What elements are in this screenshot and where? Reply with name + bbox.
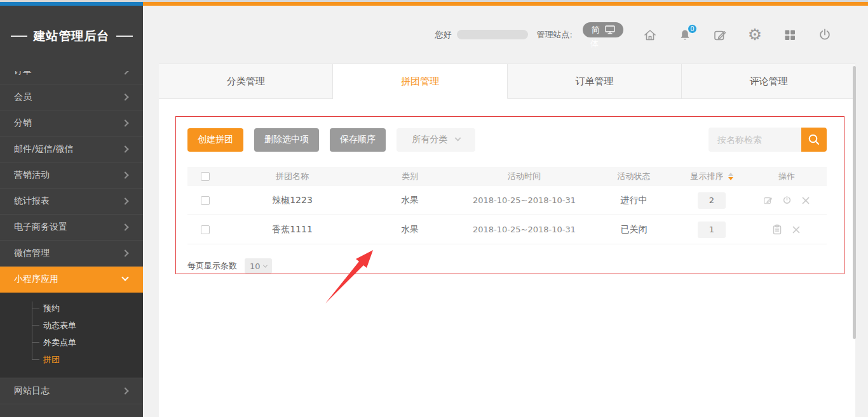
sidebar-item-marketing[interactable]: 营销活动	[0, 162, 143, 189]
sidebar-item-ecommerce-settings[interactable]: 电子商务设置	[0, 215, 143, 241]
page-size-select[interactable]: 10	[245, 258, 272, 274]
cell-category: 水果	[362, 224, 458, 235]
cell-status: 已关闭	[591, 224, 677, 235]
column-header-sort: 显示排序	[677, 171, 747, 182]
search-input[interactable]	[709, 128, 801, 152]
app-title-text: 建站管理后台	[34, 28, 110, 44]
submenu-item-group-buying[interactable]: 拼团	[0, 351, 143, 368]
tab-order-management[interactable]: 订单管理	[508, 64, 682, 99]
chevron-right-icon	[121, 171, 128, 178]
notification-bell-icon[interactable]: 0	[677, 27, 693, 43]
column-header-name: 拼团名称	[222, 171, 362, 182]
chevron-right-icon	[121, 223, 128, 230]
topbar-blue-segment	[0, 2, 143, 6]
scrollbar-thumb[interactable]	[853, 66, 856, 339]
chevron-right-icon	[121, 249, 128, 256]
cell-category: 水果	[362, 195, 458, 206]
group-buying-table: 拼团名称 类别 活动时间 活动状态 显示排序 操作 辣椒1223 水果 2018…	[187, 167, 827, 244]
monitor-icon	[605, 25, 615, 34]
chevron-down-icon	[263, 263, 268, 267]
sidebar-item-label: 会员	[14, 91, 32, 103]
header-icon-group: 0 ⚙	[642, 27, 832, 43]
sidebar-item-orders[interactable]: 订单	[0, 71, 143, 84]
cell-status: 进行中	[591, 195, 677, 206]
power-icon[interactable]	[782, 195, 792, 206]
tab-bar: 分类管理 拼团管理 订单管理 评论管理	[159, 63, 855, 99]
sidebar-item-mail-sms-wechat[interactable]: 邮件/短信/微信	[0, 136, 143, 162]
miniprogram-submenu: 预约 动态表单 外卖点单 拼团	[0, 293, 143, 378]
chevron-down-icon	[454, 135, 461, 141]
sidebar-item-reports[interactable]: 统计报表	[0, 189, 143, 215]
delete-icon[interactable]	[791, 224, 802, 235]
edit-icon[interactable]	[712, 27, 728, 43]
row-checkbox[interactable]	[201, 196, 210, 205]
sort-order-input[interactable]	[698, 192, 726, 209]
chevron-right-icon	[121, 119, 128, 126]
category-filter-dropdown[interactable]: 所有分类	[397, 128, 475, 152]
app-title: 建站管理后台	[0, 6, 143, 67]
submenu-item-takeout-orders[interactable]: 外卖点单	[0, 334, 143, 351]
cell-time: 2018-10-25~2018-10-31	[458, 225, 591, 234]
sidebar-item-label: 微信管理	[14, 248, 50, 259]
delete-selected-button[interactable]: 删除选中项	[254, 128, 319, 152]
search-button[interactable]	[801, 128, 827, 152]
top-header: 您好 管理站点: 简 体 0	[143, 6, 868, 63]
delete-icon[interactable]	[801, 195, 811, 206]
power-icon[interactable]	[817, 27, 832, 43]
copy-icon[interactable]	[772, 224, 783, 235]
search-bar	[709, 128, 827, 152]
create-group-button[interactable]: 创建拼团	[187, 128, 243, 152]
chevron-down-icon	[121, 274, 128, 281]
pagination: 每页显示条数 10	[187, 258, 827, 274]
topbar-orange-segment	[143, 2, 868, 6]
app-grid-icon[interactable]	[782, 27, 797, 43]
tab-comment-management[interactable]: 评论管理	[682, 64, 855, 99]
sidebar-item-site-logs[interactable]: 网站日志	[0, 378, 143, 404]
column-header-status: 活动状态	[591, 171, 677, 182]
submenu-item-booking[interactable]: 预约	[0, 300, 143, 317]
page-size-label: 每页显示条数	[187, 260, 237, 272]
sort-asc-icon	[728, 173, 733, 176]
sidebar-item-distribution[interactable]: 分销	[0, 110, 143, 136]
notification-badge: 0	[688, 24, 697, 34]
sidebar-item-label: 邮件/短信/微信	[14, 143, 73, 155]
tab-group-buying-management[interactable]: 拼团管理	[333, 64, 507, 99]
tab-category-management[interactable]: 分类管理	[159, 64, 333, 99]
submenu-item-dynamic-forms[interactable]: 动态表单	[0, 317, 143, 334]
submenu-item-label: 外卖点单	[43, 337, 76, 348]
sidebar-item-label: 营销活动	[14, 169, 50, 181]
language-char-1: 简	[592, 24, 600, 36]
sidebar-item-wechat-management[interactable]: 微信管理	[0, 241, 143, 267]
select-all-checkbox[interactable]	[201, 172, 210, 181]
submenu-item-label: 动态表单	[43, 320, 76, 331]
column-header-actions: 操作	[747, 171, 827, 182]
row-checkbox[interactable]	[201, 225, 210, 234]
column-header-category: 类别	[362, 171, 458, 182]
sidebar-nav: 订单 会员 分销 邮件/短信/微信 营销活动 统计报表 电子商务设置 微信管理	[0, 71, 143, 404]
toolbar: 创建拼团 删除选中项 保存顺序 所有分类	[187, 128, 827, 152]
home-icon[interactable]	[642, 27, 658, 43]
edit-icon[interactable]	[763, 195, 773, 206]
submenu-item-label: 预约	[43, 303, 60, 314]
title-dash-left	[11, 36, 27, 37]
sort-toggle[interactable]	[728, 173, 733, 180]
sort-order-input[interactable]	[698, 222, 726, 238]
sidebar-item-members[interactable]: 会员	[0, 84, 143, 110]
language-switcher[interactable]: 简 体	[583, 22, 623, 48]
cell-name: 香蕉1111	[222, 224, 362, 235]
chevron-right-icon	[121, 387, 128, 394]
main-panel: 分类管理 拼团管理 订单管理 评论管理 创建拼团 删除选中项 保存顺序 所有分类	[159, 63, 855, 417]
title-dash-right	[116, 36, 133, 37]
search-icon	[807, 133, 821, 147]
sidebar-item-label: 小程序应用	[14, 274, 58, 285]
cell-actions	[747, 224, 827, 235]
sidebar-item-label: 分销	[14, 117, 32, 129]
table-row: 辣椒1223 水果 2018-10-25~2018-10-31 进行中	[187, 186, 827, 215]
sidebar-item-miniprogram-apps[interactable]: 小程序应用	[0, 267, 143, 293]
cell-time: 2018-10-25~2018-10-31	[458, 195, 591, 205]
gear-icon[interactable]: ⚙	[747, 27, 763, 43]
cell-name: 辣椒1223	[222, 195, 362, 206]
language-char-2: 体	[590, 39, 599, 48]
language-pill[interactable]: 简	[583, 22, 623, 37]
save-order-button[interactable]: 保存顺序	[330, 128, 386, 152]
